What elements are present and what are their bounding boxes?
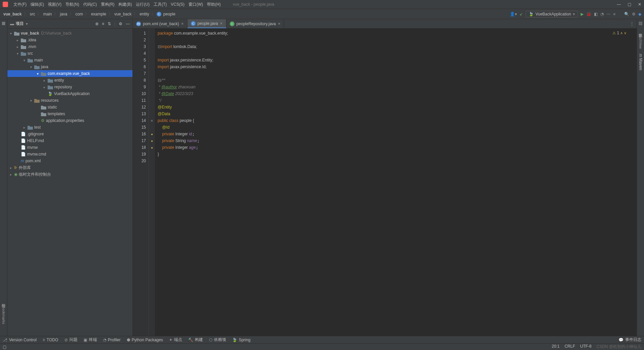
tab-label: people.java (198, 21, 218, 26)
close-icon[interactable]: × (181, 21, 184, 26)
tool-problems[interactable]: ⊘ 问题 (64, 337, 77, 343)
search-icon[interactable]: 🔍 (624, 12, 629, 16)
menu-view[interactable]: 视图(V) (46, 2, 63, 7)
coverage-button[interactable]: ◧ (594, 12, 598, 16)
tree-root[interactable]: ▾vue_backD:\Vue\vue_back (7, 30, 132, 37)
crumb-item[interactable]: vue_back (114, 12, 132, 16)
cursor-pos[interactable]: 20:1 (552, 344, 559, 350)
tree-node-selected[interactable]: ▾com.example.vue_back (7, 70, 132, 77)
left-tool-strip: ▦ 结构 Bookmarks (0, 19, 7, 336)
run-button[interactable]: ▶ (581, 12, 584, 16)
menu-help[interactable]: 帮助(H) (205, 2, 223, 7)
tool-vcs[interactable]: ⎇ Version Control (3, 338, 37, 342)
menu-vcs[interactable]: VCS(S) (169, 2, 186, 7)
line-gutter: 1234567891011121314151617181920 (133, 29, 149, 336)
inspection-widget[interactable]: ⚠ 1 ∧ ∨ (612, 31, 627, 35)
tree-node[interactable]: ▸.mvn (7, 43, 132, 50)
menu-refactor[interactable]: 重构(R) (99, 2, 117, 7)
tab-people[interactable]: Cpeople.java× (187, 19, 226, 28)
expand-icon[interactable]: ≡ (102, 21, 104, 26)
crumb-item[interactable]: example (90, 12, 107, 16)
tab-menu-icon[interactable]: ⋮ (627, 21, 637, 26)
menu-file[interactable]: 文件(F) (11, 2, 29, 7)
collapse-icon[interactable]: ⇅ (108, 21, 111, 26)
tree-node[interactable]: 📄HELP.md (7, 137, 132, 144)
tree-node[interactable]: ▾java (7, 63, 132, 70)
tool-build[interactable]: 🔨 构建 (188, 337, 203, 343)
tool-deps[interactable]: ⬡ 依赖项 (209, 337, 226, 343)
debug-button[interactable]: 🐞 (586, 12, 591, 16)
profile-button[interactable]: ◔ (600, 12, 604, 16)
tree-node[interactable]: ⚙application.properties (7, 117, 132, 124)
notif-icon[interactable]: ▤ (639, 21, 642, 26)
tool-python[interactable]: ⬢ Python Packages (127, 338, 163, 342)
tree-node[interactable]: 🍃VueBackApplication (7, 90, 132, 97)
project-tree[interactable]: ▾vue_backD:\Vue\vue_back ▸.idea ▸.mvn ▾s… (7, 29, 132, 336)
tree-node[interactable]: 📄.gitignore (7, 131, 132, 137)
encoding[interactable]: UTF-8 (580, 344, 591, 350)
tab-repo[interactable]: IpeopleRepository.java× (226, 19, 284, 28)
tree-node[interactable]: ▾resources (7, 97, 132, 104)
tree-node[interactable]: mpom.xml (7, 158, 132, 164)
tree-node[interactable]: ▸⊪外部库 (7, 164, 132, 171)
settings-icon[interactable]: ⚙ (632, 12, 636, 16)
crumb-item[interactable]: com (75, 12, 84, 16)
refresh-icon[interactable]: ↙ (520, 12, 523, 16)
run-config-selector[interactable]: 🍃 VueBackApplication ▾ (526, 11, 578, 17)
project-tool-icon[interactable]: ▦ (2, 21, 5, 26)
tree-node[interactable]: ▸repository (7, 84, 132, 90)
breadcrumb[interactable]: vue_back〉 src〉 main〉 java〉 com〉 example〉… (3, 11, 176, 17)
stop-button[interactable]: ■ (613, 12, 615, 16)
tool-windows-icon[interactable]: ▢ (3, 345, 6, 349)
tree-node[interactable]: ▸test (7, 124, 132, 131)
sciview-tab[interactable]: SciView (639, 36, 643, 49)
tree-node[interactable]: templates (7, 111, 132, 117)
code-content[interactable]: package com.example.vue_back.entity; ⊟im… (155, 29, 637, 336)
menu-run[interactable]: 运行(U) (134, 2, 152, 7)
locate-icon[interactable]: ⊕ (95, 21, 99, 26)
menu-code[interactable]: 代码(C) (81, 2, 99, 7)
line-sep[interactable]: CRLF (565, 344, 575, 350)
crumb-item[interactable]: entity (139, 12, 150, 16)
tool-endpoints[interactable]: ✦ 端点 (169, 337, 182, 343)
crumb-item[interactable]: java (59, 12, 68, 16)
watermark: CSDN @机智的小神仙儿 (596, 344, 641, 350)
close-icon[interactable]: × (278, 21, 280, 26)
tree-node[interactable]: static (7, 104, 132, 111)
menu-navigate[interactable]: 导航(N) (63, 2, 81, 7)
tree-node[interactable]: 📄mvnw.cmd (7, 151, 132, 158)
event-log[interactable]: 💬 事件日志 (619, 337, 641, 343)
user-icon[interactable]: 👤▾ (510, 12, 517, 16)
close-icon[interactable]: × (220, 21, 223, 26)
tree-node[interactable]: ▾main (7, 57, 132, 63)
tool-spring[interactable]: 🍃 Spring (232, 338, 251, 342)
tool-profiler[interactable]: ◔ Profiler (103, 338, 121, 342)
close-button[interactable]: ✕ (638, 2, 641, 7)
menu-window[interactable]: 窗口(W) (186, 2, 205, 7)
tab-pom[interactable]: mpom.xml (vue_back)× (133, 19, 187, 28)
menu-tools[interactable]: 工具(T) (152, 2, 169, 7)
menu-build[interactable]: 构建(B) (116, 2, 134, 7)
editor-area: mpom.xml (vue_back)× Cpeople.java× Ipeop… (133, 19, 637, 336)
gear-icon[interactable]: ⚙ (119, 21, 122, 26)
maven-tab[interactable]: m Maven (638, 54, 643, 70)
tree-node[interactable]: ▸◉临时文件和控制台 (7, 171, 132, 178)
crumb-item[interactable]: vue_back (3, 12, 22, 16)
crumb-item[interactable]: main (43, 12, 53, 16)
maximize-button[interactable]: ▢ (628, 2, 631, 7)
hide-icon[interactable]: — (126, 21, 130, 26)
tree-node[interactable]: ▸entity (7, 77, 132, 84)
tree-node[interactable]: ▾src (7, 50, 132, 57)
tree-node[interactable]: 📄mvnw (7, 144, 132, 151)
menu-edit[interactable]: 编辑(E) (29, 2, 46, 7)
tree-node[interactable]: ▸.idea (7, 37, 132, 43)
editor-body[interactable]: 1234567891011121314151617181920 ≡●●● pac… (133, 29, 637, 336)
tool-todo[interactable]: ≡ TODO (43, 338, 58, 342)
crumb-item[interactable]: src (29, 12, 36, 16)
minimize-button[interactable]: — (617, 2, 621, 7)
tool-terminal[interactable]: ▣ 终端 (84, 337, 97, 343)
attach-button[interactable]: ⋯ (606, 12, 610, 16)
ide-icon[interactable]: ◆ (638, 12, 641, 16)
bookmarks-tab[interactable]: Bookmarks (2, 306, 6, 324)
crumb-item[interactable]: people (163, 12, 176, 16)
